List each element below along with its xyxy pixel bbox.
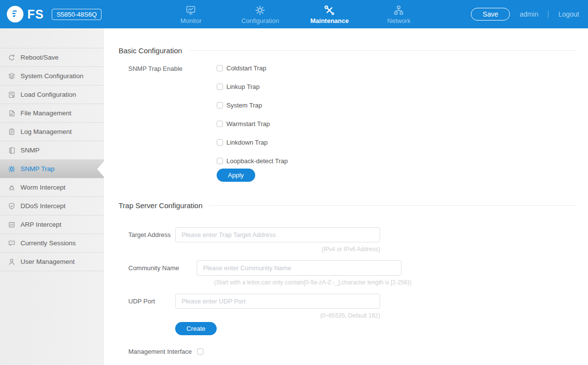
sidebar-item-label: File Management xyxy=(20,109,71,117)
tools-icon xyxy=(324,4,335,16)
sidebar-item-arp-intercept[interactable]: AR ARP Intercept xyxy=(0,215,104,234)
udp-port-row: UDP Port xyxy=(128,294,576,309)
apply-button[interactable]: Apply xyxy=(217,169,255,182)
sidebar-item-label: DDoS Intercept xyxy=(20,202,65,210)
sidebar-item-user-management[interactable]: User Management xyxy=(0,253,104,271)
layers-icon xyxy=(7,72,16,80)
sidebar-item-snmp[interactable]: SNMP xyxy=(0,141,104,160)
checkbox-row: Warmstart Trap xyxy=(217,120,288,128)
checkbox-label: Linkdown Trap xyxy=(226,139,268,146)
checkbox-row: Linkdown Trap xyxy=(217,139,288,146)
target-address-input[interactable] xyxy=(175,227,380,242)
udp-port-input[interactable] xyxy=(175,294,380,309)
community-name-input[interactable] xyxy=(197,260,402,276)
linkup-trap-checkbox[interactable] xyxy=(217,84,223,90)
sidebar-item-ddos-intercept[interactable]: DDoS Intercept xyxy=(0,197,104,215)
sidebar-menu: Reboot/Save System Configuration Load Co… xyxy=(0,48,104,271)
fs-logo-icon xyxy=(7,6,23,22)
checkbox-row: System Trap xyxy=(217,102,288,109)
checkbox-label: Loopback-detect Trap xyxy=(226,157,288,165)
sidebar-item-label: Reboot/Save xyxy=(20,54,59,61)
loopback-detect-trap-checkbox[interactable] xyxy=(217,158,223,164)
user-icon xyxy=(7,258,16,266)
sidebar-item-label: User Management xyxy=(20,258,75,265)
checkbox-label: Linkup Trap xyxy=(226,83,260,90)
field-label: Target Address xyxy=(128,227,175,242)
nav-maintenance[interactable]: Maintenance xyxy=(295,4,364,24)
refresh-icon xyxy=(7,53,16,62)
field-label: UDP Port xyxy=(128,294,175,309)
basic-configuration-form: SNMP Trap Enable Coldstart Trap Linkup T… xyxy=(119,55,576,182)
trap-checkbox-list: Coldstart Trap Linkup Trap System Trap W… xyxy=(217,64,288,165)
field-label: Community Name xyxy=(128,260,197,276)
section-divider xyxy=(189,50,576,51)
checkbox-row: Loopback-detect Trap xyxy=(217,157,288,165)
sidebar-item-label: Load Configuration xyxy=(20,91,76,98)
field-label: SNMP Trap Enable xyxy=(128,64,217,165)
sidebar-item-label: Currently Sessions xyxy=(20,239,76,247)
field-hint: (Start with a letter,can only contain[0-… xyxy=(197,279,411,286)
sidebar-item-currently-sessions[interactable]: Currently Sessions xyxy=(0,234,104,253)
svg-text:AR: AR xyxy=(10,223,14,226)
nav-network[interactable]: Network xyxy=(364,4,433,24)
nav-label: Configuration xyxy=(242,17,279,24)
warmstart-trap-checkbox[interactable] xyxy=(217,121,223,127)
linkdown-trap-checkbox[interactable] xyxy=(217,139,223,146)
book-icon xyxy=(7,146,16,154)
network-icon xyxy=(393,4,404,16)
sidebar-item-label: Worm Intercept xyxy=(20,184,65,191)
nav-label: Network xyxy=(387,17,411,24)
monitor-icon xyxy=(185,4,196,16)
sidebar-item-file-management[interactable]: File Management xyxy=(0,104,104,123)
header-divider xyxy=(548,11,548,18)
sidebar: Reboot/Save System Configuration Load Co… xyxy=(0,28,104,365)
checkbox-label: System Trap xyxy=(226,102,262,109)
shield-icon xyxy=(7,202,16,210)
field-hint: (IPv4 or IPv6 Address) xyxy=(175,246,380,253)
gear-icon xyxy=(7,165,16,173)
header: FS S5850-48S6Q Monitor Configuration xyxy=(0,0,588,28)
section-title: Trap Server Configuration xyxy=(119,201,203,210)
basic-configuration-section-header: Basic Configuration xyxy=(119,46,576,55)
header-right: Save admin Logout xyxy=(471,8,579,21)
sidebar-item-log-management[interactable]: Log Management xyxy=(0,123,104,141)
nav-configuration[interactable]: Configuration xyxy=(225,4,295,24)
clipboard-icon xyxy=(7,128,16,136)
checkbox-label: Coldstart Trap xyxy=(226,64,266,72)
community-name-row: Community Name xyxy=(128,260,576,276)
sidebar-item-worm-intercept[interactable]: Worm Intercept xyxy=(0,178,104,197)
checkbox-label: Warmstart Trap xyxy=(226,120,270,128)
sidebar-item-load-configuration[interactable]: Load Configuration xyxy=(0,86,104,104)
sidebar-item-system-configuration[interactable]: System Configuration xyxy=(0,67,104,86)
section-title: Basic Configuration xyxy=(119,46,182,55)
chat-icon xyxy=(7,239,16,247)
logout-link[interactable]: Logout xyxy=(558,10,579,18)
sidebar-item-reboot-save[interactable]: Reboot/Save xyxy=(0,48,104,67)
bug-icon xyxy=(7,183,16,192)
save-button[interactable]: Save xyxy=(471,8,510,21)
system-trap-checkbox[interactable] xyxy=(217,102,223,108)
nav-label: Maintenance xyxy=(310,17,349,24)
management-interface-checkbox[interactable] xyxy=(197,348,203,355)
coldstart-trap-checkbox[interactable] xyxy=(217,65,223,71)
field-hint: (0~65535, Default 162) xyxy=(175,312,380,319)
nav-monitor[interactable]: Monitor xyxy=(156,4,225,24)
checkbox-row: Linkup Trap xyxy=(217,83,288,90)
checkbox-row: Coldstart Trap xyxy=(217,64,288,72)
trap-server-form: Target Address (IPv4 or IPv6 Address) Co… xyxy=(119,210,576,355)
sidebar-item-label: ARP Intercept xyxy=(20,221,61,228)
sidebar-item-label: System Configuration xyxy=(20,72,83,80)
field-label: Management Interface xyxy=(128,348,192,355)
sidebar-item-label: SNMP xyxy=(20,147,40,154)
sidebar-item-snmp-trap[interactable]: SNMP Trap xyxy=(0,160,104,178)
snmp-trap-enable-row: SNMP Trap Enable Coldstart Trap Linkup T… xyxy=(128,64,576,165)
load-config-icon xyxy=(7,90,16,99)
nav-label: Monitor xyxy=(181,17,202,24)
gear-icon xyxy=(255,4,265,16)
create-button[interactable]: Create xyxy=(175,322,217,335)
top-nav: Monitor Configuration Maintenance xyxy=(156,4,433,24)
sidebar-item-label: Log Management xyxy=(20,128,72,135)
section-divider xyxy=(209,205,576,206)
arp-icon: AR xyxy=(7,220,16,229)
user-name[interactable]: admin xyxy=(520,10,538,18)
